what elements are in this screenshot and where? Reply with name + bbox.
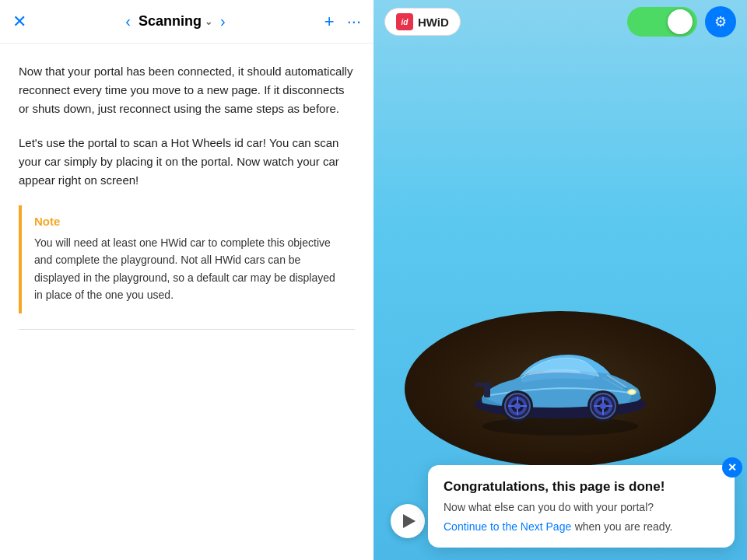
congrats-popup: Congratulations, this page is done! Now … — [428, 465, 735, 548]
congrats-subtitle: Now what else can you do with your porta… — [444, 501, 719, 513]
continue-line: Continue to the Next Page when you are r… — [444, 520, 719, 534]
svg-point-27 — [629, 390, 635, 394]
settings-icon: ⚙ — [714, 13, 727, 30]
page-title: Scanning — [139, 13, 202, 30]
paragraph-1: Now that your portal has been connected,… — [19, 62, 355, 118]
more-button[interactable]: ··· — [347, 12, 361, 32]
close-popup-button[interactable]: ✕ — [722, 457, 742, 478]
car-model — [451, 311, 669, 436]
nav-area: ‹ Scanning ⌄ › — [122, 9, 228, 33]
left-panel: ✕ ‹ Scanning ⌄ › + ··· Now that your por… — [0, 0, 374, 560]
play-icon — [403, 514, 416, 528]
right-panel: id HWiD ⚙ — [374, 0, 747, 560]
content-area: Now that your portal has been connected,… — [0, 44, 374, 560]
page-title-button[interactable]: Scanning ⌄ — [139, 13, 212, 30]
close-popup-icon: ✕ — [728, 461, 737, 474]
scene-area: Congratulations, this page is done! Now … — [374, 44, 747, 560]
note-block: Note You will need at least one HWid car… — [19, 205, 355, 313]
play-button[interactable] — [391, 504, 425, 538]
svg-point-0 — [482, 417, 638, 436]
right-top-bar: id HWiD ⚙ — [374, 0, 747, 44]
top-bar: ✕ ‹ Scanning ⌄ › + ··· — [0, 0, 374, 44]
toggle-knob — [668, 9, 693, 34]
content-divider — [19, 329, 355, 330]
add-button[interactable]: + — [324, 12, 335, 32]
hwid-logo-icon: id — [396, 13, 413, 30]
note-label: Note — [34, 215, 342, 228]
chevron-down-icon: ⌄ — [205, 16, 212, 27]
toggle-button[interactable] — [627, 7, 697, 37]
congrats-title: Congratulations, this page is done! — [444, 479, 719, 495]
hwid-label: HWiD — [418, 16, 449, 29]
top-actions: + ··· — [324, 12, 361, 32]
hwid-badge[interactable]: id HWiD — [384, 8, 461, 36]
next-page-button[interactable]: › — [217, 9, 229, 33]
svg-rect-5 — [475, 383, 492, 387]
right-actions: ⚙ — [627, 6, 736, 37]
svg-point-10 — [514, 403, 521, 409]
after-link-text: when you are ready. — [575, 520, 673, 533]
note-text: You will need at least one HWid car to c… — [34, 234, 342, 304]
close-button[interactable]: ✕ — [12, 12, 26, 32]
prev-page-button[interactable]: ‹ — [122, 9, 134, 33]
svg-point-20 — [600, 403, 606, 409]
continue-link[interactable]: Continue to the Next Page — [444, 520, 571, 533]
settings-button[interactable]: ⚙ — [705, 6, 736, 37]
paragraph-2: Let's use the portal to scan a Hot Wheel… — [19, 134, 355, 190]
svg-rect-4 — [484, 385, 490, 397]
